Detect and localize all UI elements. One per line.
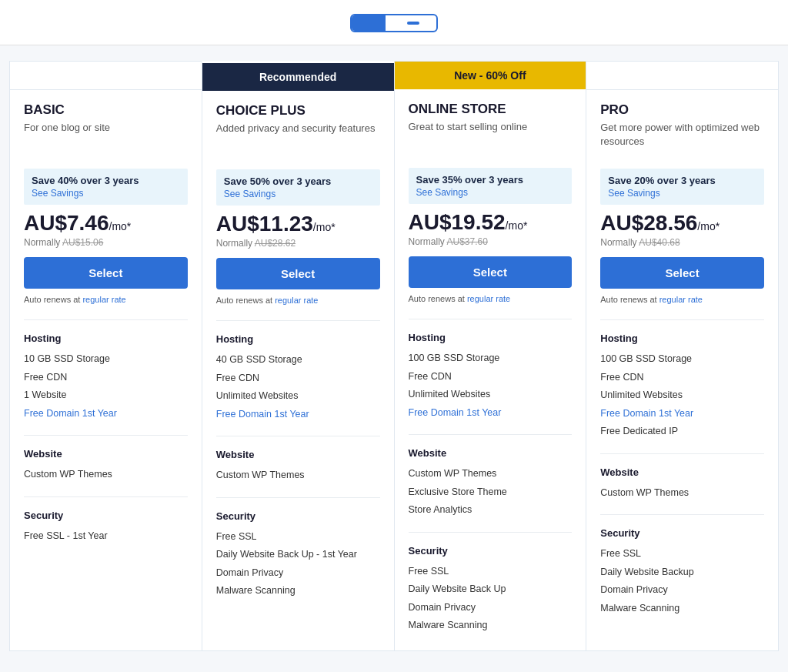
divider — [600, 453, 764, 454]
original-price: AU$15.06 — [62, 237, 103, 248]
hosting-heading: Hosting — [216, 333, 380, 345]
see-savings-link[interactable]: See Savings — [608, 188, 756, 199]
security-item: Domain Privacy — [216, 564, 380, 583]
select-button-basic[interactable]: Select — [24, 257, 188, 289]
security-item: Daily Website Back Up - 1st Year — [216, 546, 380, 564]
hosting-section: Hosting 100 GB SSD StorageFree CDNUnlimi… — [409, 332, 573, 422]
regular-rate-link[interactable]: regular rate — [659, 295, 703, 304]
plan-badge-online-store: New - 60% Off — [395, 62, 586, 89]
per-mo: /mo* — [506, 219, 528, 232]
plan-name: ONLINE STORE — [409, 102, 573, 117]
plan-desc: Great to start selling online — [409, 120, 573, 157]
website-item: Store Analytics — [409, 501, 573, 520]
hosting-section: Hosting 100 GB SSD StorageFree CDNUnlimi… — [600, 333, 764, 441]
divider — [600, 319, 764, 320]
hosting-section: Hosting 40 GB SSD StorageFree CDNUnlimit… — [216, 333, 380, 423]
divider — [216, 320, 380, 321]
hosting-item: Unlimited Websites — [409, 386, 573, 404]
divider — [216, 497, 380, 498]
security-item: Free SSL - 1st Year — [24, 527, 188, 546]
website-section: Website Custom WP Themes — [600, 466, 764, 503]
divider — [24, 319, 188, 320]
hosting-item: Unlimited Websites — [600, 386, 764, 405]
auto-renews: Auto renews at regular rate — [216, 296, 380, 305]
plan-desc: Get more power with optimized web resour… — [600, 121, 764, 158]
price-normally: Normally AU$15.06 — [24, 237, 188, 248]
security-section: Security Free SSLDaily Website BackupDom… — [600, 527, 764, 617]
regular-rate-link[interactable]: regular rate — [82, 295, 125, 304]
security-item: Daily Website Backup — [600, 563, 764, 582]
price-normally: Normally AU$28.62 — [216, 238, 380, 249]
plan-desc: For one blog or site — [24, 121, 188, 158]
hosting-item: Free Domain 1st Year — [409, 404, 573, 423]
select-button-online-store[interactable]: Select — [409, 256, 573, 288]
website-heading: Website — [216, 449, 380, 460]
per-mo: /mo* — [109, 220, 132, 232]
hosting-section: Hosting 10 GB SSD StorageFree CDN1 Websi… — [24, 333, 188, 423]
security-heading: Security — [600, 527, 764, 539]
plans-container: BASIC For one blog or site Save 40% over… — [2, 45, 786, 667]
plan-badge-basic — [10, 62, 202, 90]
price-normally: Normally AU$40.68 — [600, 237, 764, 248]
website-section: Website Custom WP Themes — [24, 448, 188, 484]
regular-rate-link[interactable]: regular rate — [275, 296, 318, 305]
select-button-choice-plus[interactable]: Select — [216, 258, 380, 289]
website-heading: Website — [600, 466, 764, 478]
security-item: Malware Scanning — [409, 617, 573, 635]
security-section: Security Free SSLDaily Website Back Up -… — [216, 510, 380, 600]
security-heading: Security — [216, 510, 380, 522]
savings-text: Save 40% over 3 years — [32, 175, 180, 186]
plan-col-basic: BASIC For one blog or site Save 40% over… — [9, 61, 202, 651]
savings-text: Save 50% over 3 years — [224, 176, 372, 187]
website-heading: Website — [409, 447, 573, 459]
per-mo: /mo* — [697, 220, 720, 232]
plan-name: BASIC — [24, 102, 188, 118]
plan-badge-choice-plus: Recommended — [202, 63, 394, 91]
hosting-item: Free Domain 1st Year — [24, 405, 188, 423]
savings-box: Save 35% over 3 years See Savings — [409, 168, 573, 204]
divider — [600, 514, 764, 515]
hosting-item: Free CDN — [600, 369, 764, 387]
security-item: Daily Website Back Up — [409, 580, 573, 599]
see-savings-link[interactable]: See Savings — [224, 189, 372, 199]
hosting-heading: Hosting — [409, 332, 573, 343]
security-item: Malware Scanning — [216, 582, 380, 600]
billing-12months-button[interactable] — [352, 15, 386, 31]
savings-box: Save 40% over 3 years See Savings — [24, 169, 188, 205]
divider — [409, 532, 573, 533]
select-button-pro[interactable]: Select — [600, 257, 764, 289]
website-item: Custom WP Themes — [24, 466, 188, 484]
plan-name: PRO — [600, 102, 764, 118]
security-section: Security Free SSL - 1st Year — [24, 510, 188, 546]
website-item: Exclusive Store Theme — [409, 483, 573, 502]
security-item: Free SSL — [409, 563, 573, 581]
plan-col-online-store: New - 60% Off ONLINE STORE Great to star… — [394, 61, 586, 651]
regular-rate-link[interactable]: regular rate — [467, 294, 510, 303]
security-heading: Security — [409, 545, 573, 557]
divider — [24, 435, 188, 436]
billing-toggle — [350, 14, 438, 32]
per-mo: /mo* — [313, 221, 336, 233]
security-section: Security Free SSLDaily Website Back UpDo… — [409, 545, 573, 635]
website-section: Website Custom WP ThemesExclusive Store … — [409, 447, 573, 520]
hosting-item: 100 GB SSD Storage — [600, 350, 764, 369]
price-main: AU$11.23/mo* — [216, 212, 380, 236]
plan-name: CHOICE PLUS — [216, 103, 380, 119]
billing-36months-button[interactable] — [386, 15, 436, 31]
savings-text: Save 20% over 3 years — [608, 175, 756, 186]
divider — [216, 436, 380, 436]
website-item: Custom WP Themes — [409, 465, 573, 483]
hosting-item: 100 GB SSD Storage — [409, 349, 573, 368]
see-savings-link[interactable]: See Savings — [416, 187, 565, 198]
hosting-item: Free CDN — [216, 369, 380, 388]
original-price: AU$28.62 — [255, 238, 296, 249]
savings-box: Save 50% over 3 years See Savings — [216, 169, 380, 206]
hosting-heading: Hosting — [600, 333, 764, 344]
hosting-item: 40 GB SSD Storage — [216, 351, 380, 369]
plan-badge-pro — [586, 62, 778, 90]
savings-box: Save 20% over 3 years See Savings — [600, 169, 764, 205]
original-price: AU$40.68 — [639, 237, 679, 248]
save-more-badge — [407, 22, 419, 25]
see-savings-link[interactable]: See Savings — [32, 188, 180, 199]
top-bar — [0, 0, 788, 45]
